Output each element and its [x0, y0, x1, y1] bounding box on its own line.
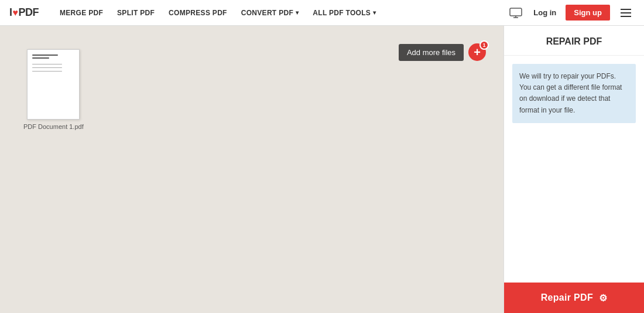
nav-convert-pdf[interactable]: CONVERT PDF ▾	[234, 0, 306, 26]
pdf-filename: PDF Document 1.pdf	[23, 123, 84, 130]
repair-pdf-label: Repair PDF	[541, 292, 593, 303]
content-area: Add more files + 1 PDF Document 1.pdf	[0, 26, 503, 313]
nav-split-pdf[interactable]: SPLIT PDF	[110, 0, 162, 26]
file-count-badge: 1	[479, 40, 489, 50]
wrench-icon: ⚙	[599, 292, 607, 304]
sidebar-title: REPAIR PDF	[504, 26, 644, 56]
sidebar: REPAIR PDF We will try to repair your PD…	[503, 26, 644, 313]
sidebar-info: We will try to repair your PDFs. You can…	[512, 64, 636, 123]
monitor-icon[interactable]	[508, 5, 524, 21]
pdf-thumbnail-container: PDF Document 1.pdf	[23, 49, 84, 130]
add-circle-button[interactable]: + 1	[468, 43, 486, 61]
hamburger-line	[621, 12, 631, 13]
main-content: Add more files + 1 PDF Document 1.pdf RE…	[0, 26, 644, 313]
sidebar-spacer	[504, 131, 644, 283]
pdf-line-1	[32, 55, 57, 56]
add-files-area: Add more files + 1	[399, 43, 486, 61]
hamburger-menu-button[interactable]	[617, 4, 635, 22]
plus-icon: +	[474, 46, 481, 58]
convert-pdf-arrow-icon: ▾	[296, 9, 299, 16]
pdf-line-2	[32, 57, 49, 59]
add-more-files-button[interactable]: Add more files	[399, 44, 464, 61]
repair-pdf-button[interactable]: Repair PDF ⚙	[504, 283, 644, 313]
svg-rect-0	[510, 8, 522, 16]
logo-heart-icon: ♥	[13, 8, 18, 18]
header-right: Log in Sign up	[508, 4, 635, 22]
signup-button[interactable]: Sign up	[566, 5, 610, 21]
pdf-thumbnail[interactable]	[27, 49, 80, 120]
header: I ♥ PDF MERGE PDF SPLIT PDF COMPRESS PDF…	[0, 0, 644, 26]
hamburger-line	[621, 16, 631, 17]
pdf-line-5	[32, 71, 61, 72]
all-pdf-tools-arrow-icon: ▾	[373, 9, 376, 16]
hamburger-line	[621, 9, 631, 10]
logo-pdf: PDF	[19, 6, 39, 19]
logo[interactable]: I ♥ PDF	[9, 6, 39, 19]
nav-compress-pdf[interactable]: COMPRESS PDF	[162, 0, 234, 26]
main-nav: MERGE PDF SPLIT PDF COMPRESS PDF CONVERT…	[53, 0, 508, 26]
nav-merge-pdf[interactable]: MERGE PDF	[53, 0, 110, 26]
logo-i: I	[9, 6, 12, 19]
pdf-line-4	[32, 67, 61, 68]
pdf-line-3	[32, 64, 61, 64]
login-button[interactable]: Log in	[529, 6, 561, 19]
nav-all-pdf-tools[interactable]: ALL PDF TOOLS ▾	[306, 0, 383, 26]
